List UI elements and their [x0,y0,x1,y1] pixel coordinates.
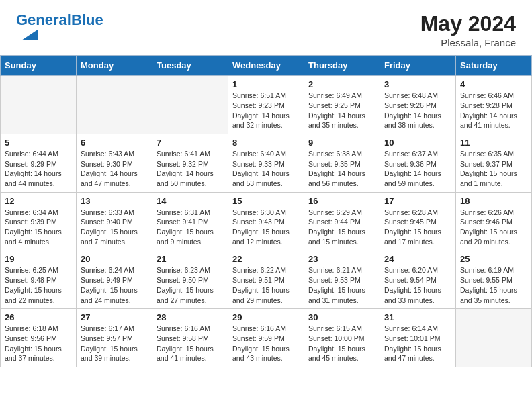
day-info: Sunrise: 6:41 AMSunset: 9:32 PMDaylight:… [157,149,224,189]
calendar-cell-w5-d2: 27Sunrise: 6:17 AMSunset: 9:57 PMDayligh… [77,309,152,367]
day-info: Sunrise: 6:22 AMSunset: 9:51 PMDaylight:… [232,265,300,305]
calendar-cell-w3-d5: 16Sunrise: 6:29 AMSunset: 9:44 PMDayligh… [304,192,380,250]
day-info: Sunrise: 6:18 AMSunset: 9:56 PMDaylight:… [5,324,72,363]
day-number: 6 [81,138,148,148]
day-number: 22 [232,254,300,264]
logo-general: General [16,11,71,28]
day-info: Sunrise: 6:44 AMSunset: 9:29 PMDaylight:… [5,149,72,189]
calendar-cell-w3-d3: 14Sunrise: 6:31 AMSunset: 9:41 PMDayligh… [152,192,228,250]
logo-blue: Blue [71,11,103,28]
day-info: Sunrise: 6:16 AMSunset: 9:59 PMDaylight:… [232,324,300,363]
calendar-cell-w2-d7: 11Sunrise: 6:35 AMSunset: 9:37 PMDayligh… [456,134,532,192]
calendar-cell-w5-d6: 31Sunrise: 6:14 AMSunset: 10:01 PMDaylig… [380,309,456,367]
day-number: 15 [232,196,300,206]
day-info: Sunrise: 6:23 AMSunset: 9:50 PMDaylight:… [157,265,224,305]
day-info: Sunrise: 6:35 AMSunset: 9:37 PMDaylight:… [460,149,527,189]
svg-marker-0 [21,30,38,40]
day-number: 31 [384,312,451,322]
day-info: Sunrise: 6:29 AMSunset: 9:44 PMDaylight:… [308,208,375,247]
day-info: Sunrise: 6:40 AMSunset: 9:33 PMDaylight:… [232,149,300,189]
col-friday: Friday [380,56,456,76]
day-info: Sunrise: 6:33 AMSunset: 9:40 PMDaylight:… [81,208,148,247]
day-number: 17 [384,196,451,206]
calendar-cell-w2-d6: 10Sunrise: 6:37 AMSunset: 9:36 PMDayligh… [380,134,456,192]
calendar-cell-w1-d6: 3Sunrise: 6:48 AMSunset: 9:26 PMDaylight… [380,76,456,134]
day-number: 28 [157,312,224,322]
day-info: Sunrise: 6:49 AMSunset: 9:25 PMDaylight:… [308,91,375,130]
day-info: Sunrise: 6:28 AMSunset: 9:45 PMDaylight:… [384,208,451,247]
calendar-cell-w2-d2: 6Sunrise: 6:43 AMSunset: 9:30 PMDaylight… [77,134,152,192]
calendar-week-2: 5Sunrise: 6:44 AMSunset: 9:29 PMDaylight… [1,134,532,192]
logo-icon [16,30,38,40]
day-info: Sunrise: 6:26 AMSunset: 9:46 PMDaylight:… [460,208,527,247]
col-thursday: Thursday [304,56,380,76]
title-block: May 2024 Plessala, France [420,12,516,48]
day-info: Sunrise: 6:38 AMSunset: 9:35 PMDaylight:… [308,149,375,189]
day-number: 16 [308,196,375,206]
col-wednesday: Wednesday [228,56,304,76]
logo: GeneralBlue [16,12,103,40]
calendar-week-4: 19Sunrise: 6:25 AMSunset: 9:48 PMDayligh… [1,250,532,309]
logo-text: GeneralBlue [16,12,103,28]
day-number: 26 [5,312,72,322]
col-monday: Monday [77,56,152,76]
page-header: GeneralBlue May 2024 Plessala, France [0,0,532,55]
calendar-cell-w5-d7 [456,309,532,367]
day-number: 7 [157,138,224,148]
day-number: 1 [232,79,300,89]
day-info: Sunrise: 6:20 AMSunset: 9:54 PMDaylight:… [384,265,451,305]
day-info: Sunrise: 6:24 AMSunset: 9:49 PMDaylight:… [81,265,148,305]
day-number: 9 [308,138,375,148]
day-number: 5 [5,138,72,148]
day-info: Sunrise: 6:14 AMSunset: 10:01 PMDaylight… [384,324,451,363]
calendar-cell-w4-d3: 21Sunrise: 6:23 AMSunset: 9:50 PMDayligh… [152,250,228,309]
calendar-cell-w3-d1: 12Sunrise: 6:34 AMSunset: 9:39 PMDayligh… [1,192,77,250]
col-tuesday: Tuesday [152,56,228,76]
day-number: 3 [384,79,451,89]
day-info: Sunrise: 6:37 AMSunset: 9:36 PMDaylight:… [384,149,451,189]
day-number: 29 [232,312,300,322]
calendar-cell-w2-d3: 7Sunrise: 6:41 AMSunset: 9:32 PMDaylight… [152,134,228,192]
calendar-cell-w5-d3: 28Sunrise: 6:16 AMSunset: 9:58 PMDayligh… [152,309,228,367]
col-saturday: Saturday [456,56,532,76]
day-info: Sunrise: 6:51 AMSunset: 9:23 PMDaylight:… [232,91,300,130]
calendar-cell-w4-d2: 20Sunrise: 6:24 AMSunset: 9:49 PMDayligh… [77,250,152,309]
calendar-cell-w4-d1: 19Sunrise: 6:25 AMSunset: 9:48 PMDayligh… [1,250,77,309]
day-info: Sunrise: 6:19 AMSunset: 9:55 PMDaylight:… [460,265,527,305]
day-info: Sunrise: 6:21 AMSunset: 9:53 PMDaylight:… [308,265,375,305]
calendar-cell-w5-d4: 29Sunrise: 6:16 AMSunset: 9:59 PMDayligh… [228,309,304,367]
calendar-cell-w4-d4: 22Sunrise: 6:22 AMSunset: 9:51 PMDayligh… [228,250,304,309]
calendar-cell-w4-d6: 24Sunrise: 6:20 AMSunset: 9:54 PMDayligh… [380,250,456,309]
day-number: 23 [308,254,375,264]
calendar-cell-w3-d2: 13Sunrise: 6:33 AMSunset: 9:40 PMDayligh… [77,192,152,250]
day-info: Sunrise: 6:15 AMSunset: 10:00 PMDaylight… [308,324,375,363]
day-number: 21 [157,254,224,264]
calendar-cell-w3-d7: 18Sunrise: 6:26 AMSunset: 9:46 PMDayligh… [456,192,532,250]
day-number: 2 [308,79,375,89]
calendar-cell-w3-d4: 15Sunrise: 6:30 AMSunset: 9:43 PMDayligh… [228,192,304,250]
day-number: 20 [81,254,148,264]
day-number: 25 [460,254,527,264]
day-number: 27 [81,312,148,322]
month-year: May 2024 [420,12,516,36]
calendar-cell-w2-d1: 5Sunrise: 6:44 AMSunset: 9:29 PMDaylight… [1,134,77,192]
calendar-cell-w1-d1 [1,76,77,134]
day-number: 24 [384,254,451,264]
day-number: 4 [460,79,527,89]
day-info: Sunrise: 6:30 AMSunset: 9:43 PMDaylight:… [232,208,300,247]
calendar-cell-w1-d4: 1Sunrise: 6:51 AMSunset: 9:23 PMDaylight… [228,76,304,134]
day-number: 11 [460,138,527,148]
day-info: Sunrise: 6:31 AMSunset: 9:41 PMDaylight:… [157,208,224,247]
calendar-cell-w1-d7: 4Sunrise: 6:46 AMSunset: 9:28 PMDaylight… [456,76,532,134]
calendar-cell-w4-d7: 25Sunrise: 6:19 AMSunset: 9:55 PMDayligh… [456,250,532,309]
calendar-week-5: 26Sunrise: 6:18 AMSunset: 9:56 PMDayligh… [1,309,532,367]
day-number: 14 [157,196,224,206]
day-info: Sunrise: 6:34 AMSunset: 9:39 PMDaylight:… [5,208,72,247]
calendar-week-1: 1Sunrise: 6:51 AMSunset: 9:23 PMDaylight… [1,76,532,134]
day-number: 30 [308,312,375,322]
calendar-cell-w1-d3 [152,76,228,134]
day-number: 10 [384,138,451,148]
day-number: 18 [460,196,527,206]
day-number: 12 [5,196,72,206]
calendar-cell-w5-d5: 30Sunrise: 6:15 AMSunset: 10:00 PMDaylig… [304,309,380,367]
